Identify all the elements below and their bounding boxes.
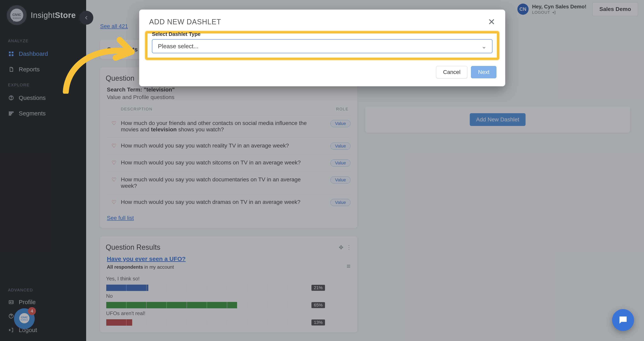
chat-fab[interactable] xyxy=(612,309,634,331)
modal-title: ADD NEW DASHLET xyxy=(149,18,221,26)
cancel-button[interactable]: Cancel xyxy=(436,66,467,78)
add-dashlet-modal: ADD NEW DASHLET ✕ Select Dashlet Type Pl… xyxy=(139,9,505,86)
field-label: Select Dashlet Type xyxy=(152,31,492,37)
chat-icon xyxy=(618,315,628,326)
close-icon[interactable]: ✕ xyxy=(488,17,495,26)
dashlet-type-field-highlight: Select Dashlet Type Please select... ⌄ xyxy=(145,31,499,60)
next-button[interactable]: Next xyxy=(471,66,496,78)
chevron-down-icon: ⌄ xyxy=(482,43,486,50)
select-placeholder: Please select... xyxy=(158,43,198,50)
dashlet-type-select[interactable]: Please select... ⌄ xyxy=(152,39,492,53)
